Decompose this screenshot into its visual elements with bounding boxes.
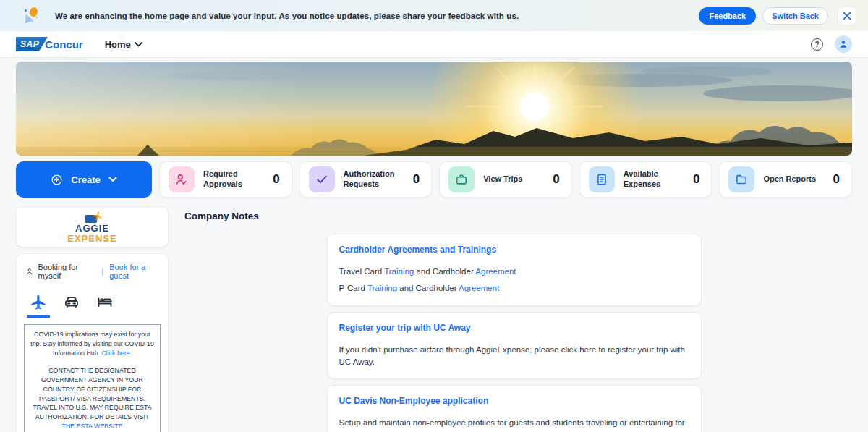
sap-concur-logo[interactable]: SAP Concur — [16, 37, 83, 51]
close-icon[interactable] — [838, 7, 856, 25]
banner-actions: Feedback Switch Back — [699, 7, 856, 25]
travel-tabs — [27, 292, 161, 318]
esta-website-link[interactable]: THE ESTA WEBSITE — [62, 423, 123, 430]
briefcase-icon — [448, 166, 475, 192]
booking-for-myself-label: Booking for myself — [38, 263, 95, 280]
tile-count: 0 — [553, 172, 559, 187]
company-notes-section: Company Notes Cardholder Agreements and … — [174, 206, 854, 432]
chevron-down-icon — [135, 42, 142, 47]
tile-count: 0 — [273, 172, 279, 187]
app-header: SAP Concur Home ? — [0, 31, 868, 58]
view-trips-tile[interactable]: View Trips 0 — [439, 161, 572, 198]
car-tab[interactable] — [60, 292, 83, 318]
aggie-expense-logo: AGGIE EXPENSE — [16, 206, 169, 247]
tile-count: 0 — [833, 172, 840, 187]
book-for-guest-link[interactable]: Book for a guest — [109, 263, 161, 280]
concur-home-page: We are enhancing the home page and value… — [0, 0, 868, 432]
non-employee-body: Setup and maintain non-employee profiles… — [339, 417, 689, 432]
esta-notice-text: TRAVEL INTO U.S. MAY REQUIRE ESTA AUTHOR… — [33, 404, 151, 420]
travel-notice-box: COVID-19 implications may exist for your… — [24, 324, 161, 432]
covid-click-here-link[interactable]: Click here. — [101, 350, 132, 357]
training-link[interactable]: Training — [367, 284, 397, 292]
card-title-link[interactable]: UC Davis Non-Employee application — [339, 396, 689, 406]
tile-label: Available Expenses — [624, 169, 690, 190]
tile-count: 0 — [693, 172, 699, 187]
sap-logo-mark: SAP — [16, 37, 48, 51]
tile-label: Authorization Requests — [344, 169, 410, 190]
plus-circle-icon — [51, 174, 63, 186]
profile-avatar-icon[interactable] — [835, 35, 852, 53]
card-title-link[interactable]: Cardholder Agreements and Trainings — [339, 245, 689, 255]
celebration-icon — [22, 7, 41, 25]
covid-notice-text: COVID-19 implications may exist for your… — [30, 331, 154, 357]
home-menu[interactable]: Home — [105, 39, 142, 50]
uc-away-body: If you didn't purchase airfare through A… — [339, 344, 689, 369]
tile-label: Open Reports — [763, 174, 816, 185]
header-right: ? — [811, 35, 852, 53]
card-title-link[interactable]: Register your trip with UC Away — [339, 323, 689, 333]
help-icon[interactable]: ? — [811, 38, 823, 51]
flight-tab[interactable] — [27, 292, 50, 318]
cardholder-agreements-card: Cardholder Agreements and Trainings Trav… — [327, 234, 702, 306]
available-expenses-tile[interactable]: Available Expenses 0 — [579, 161, 712, 198]
airplane-icon — [30, 293, 47, 310]
quick-actions-row: Create Required Approvals 0 Authorizatio… — [16, 161, 852, 198]
expense-logo-text: EXPENSE — [67, 234, 116, 244]
training-link[interactable]: Training — [384, 267, 414, 276]
non-employee-application-card: UC Davis Non-Employee application Setup … — [327, 385, 702, 432]
booking-row: Booking for myself | Book for a guest — [24, 263, 161, 280]
person-icon — [25, 267, 33, 276]
banner-message: We are enhancing the home page and value… — [55, 12, 519, 20]
required-approvals-tile[interactable]: Required Approvals 0 — [159, 161, 292, 198]
receipt-icon — [589, 166, 615, 192]
hero-image — [16, 62, 852, 156]
booking-separator: | — [101, 267, 103, 276]
company-notes-cards: Cardholder Agreements and Trainings Trav… — [327, 234, 702, 432]
travel-sidebar: AGGIE EXPENSE Booking for myself | Book … — [16, 206, 169, 432]
authorization-requests-tile[interactable]: Authorization Requests 0 — [299, 161, 433, 198]
home-menu-label: Home — [105, 39, 131, 50]
car-icon — [63, 293, 80, 310]
open-reports-tile[interactable]: Open Reports 0 — [719, 161, 852, 198]
agreement-link[interactable]: Agreement — [459, 284, 499, 292]
concur-logo-text: Concur — [45, 38, 83, 51]
tile-label: View Trips — [483, 174, 522, 185]
passport-notice-text: CONTACT THE DESIGNATED GOVERNMENT AGENCY… — [29, 366, 156, 403]
pcard-line: P-Card Training and Cardholder Agreement — [339, 282, 689, 295]
company-notes-title: Company Notes — [174, 206, 854, 221]
bed-icon — [96, 293, 114, 310]
feedback-button[interactable]: Feedback — [699, 7, 756, 25]
booking-card: Booking for myself | Book for a guest CO… — [16, 253, 169, 432]
aggie-logo-icon — [82, 211, 103, 223]
travel-card-line: Travel Card Training and Cardholder Agre… — [339, 266, 689, 278]
tile-count: 0 — [413, 172, 420, 187]
person-check-icon — [169, 166, 195, 192]
uc-away-card: Register your trip with UC Away If you d… — [327, 312, 702, 380]
folder-icon — [728, 166, 754, 192]
tile-label: Required Approvals — [203, 169, 270, 190]
agreement-link[interactable]: Agreement — [475, 267, 516, 276]
create-button[interactable]: Create — [16, 161, 152, 198]
checkmark-icon — [309, 166, 335, 192]
switch-back-button[interactable]: Switch Back — [762, 7, 828, 25]
hotel-tab[interactable] — [93, 292, 116, 318]
announcement-banner: We are enhancing the home page and value… — [0, 0, 868, 31]
chevron-down-icon — [109, 177, 117, 182]
create-button-label: Create — [71, 174, 100, 185]
aggie-logo-text: AGGIE — [75, 224, 109, 234]
